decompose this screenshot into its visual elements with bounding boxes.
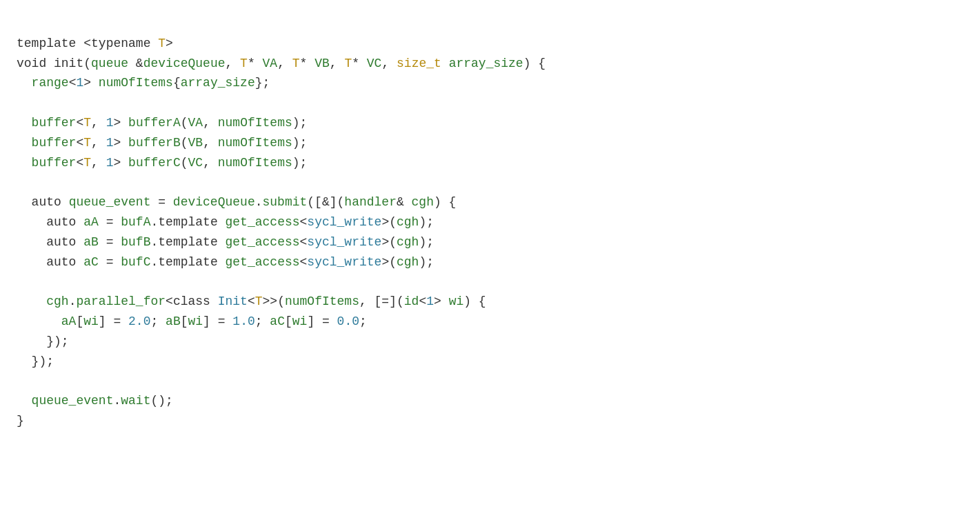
- code-display: template <typename T> void init(queue &d…: [17, 14, 963, 451]
- line-1: template <typename T> void init(queue &d…: [17, 37, 546, 428]
